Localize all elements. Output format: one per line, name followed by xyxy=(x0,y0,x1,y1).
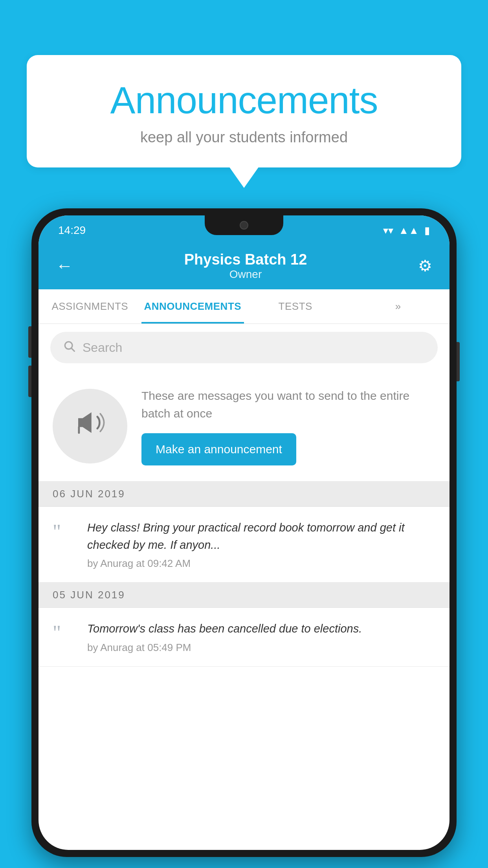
wifi-icon: ▾▾ xyxy=(383,224,393,237)
date-separator-1: 06 JUN 2019 xyxy=(39,482,449,507)
announcement-message-1: Hey class! Bring your practical record b… xyxy=(87,519,435,554)
announcement-meta-2: by Anurag at 05:49 PM xyxy=(87,642,435,654)
announce-prompt-card: These are messages you want to send to t… xyxy=(39,371,449,482)
settings-button[interactable]: ⚙ xyxy=(415,254,435,278)
scrollable-content: Search xyxy=(39,324,449,850)
status-icons: ▾▾ ▲▲ ▮ xyxy=(383,224,430,237)
announcement-item-2: " Tomorrow's class has been cancelled du… xyxy=(39,608,449,667)
announcement-text-1: Hey class! Bring your practical record b… xyxy=(87,519,435,570)
front-camera xyxy=(240,221,248,230)
vol-down-button xyxy=(28,366,31,397)
app-bar: ← Physics Batch 12 Owner ⚙ xyxy=(39,242,449,289)
phone-content: 14:29 ▾▾ ▲▲ ▮ ← Physics Batch 12 Owner ⚙ xyxy=(39,215,449,850)
announcement-meta-1: by Anurag at 09:42 AM xyxy=(87,557,435,570)
tabs-bar: ASSIGNMENTS ANNOUNCEMENTS TESTS » xyxy=(39,289,449,324)
phone-outer: 14:29 ▾▾ ▲▲ ▮ ← Physics Batch 12 Owner ⚙ xyxy=(31,208,457,857)
speech-bubble: Announcements keep all your students inf… xyxy=(27,55,461,167)
battery-icon: ▮ xyxy=(424,224,430,237)
search-placeholder-text: Search xyxy=(83,340,122,355)
tab-more[interactable]: » xyxy=(347,289,450,324)
signal-icon: ▲▲ xyxy=(399,224,419,237)
back-button[interactable]: ← xyxy=(53,253,76,279)
status-time: 14:29 xyxy=(58,224,86,237)
announce-right-section: These are messages you want to send to t… xyxy=(141,387,435,465)
date-separator-2: 05 JUN 2019 xyxy=(39,583,449,608)
announce-icon-circle xyxy=(53,389,127,463)
announcement-item-1: " Hey class! Bring your practical record… xyxy=(39,507,449,583)
app-bar-title-group: Physics Batch 12 Owner xyxy=(76,251,415,281)
announcement-message-2: Tomorrow's class has been cancelled due … xyxy=(87,620,435,638)
announcements-subtitle: keep all your students informed xyxy=(42,129,446,146)
announce-description: These are messages you want to send to t… xyxy=(141,387,435,422)
phone-mockup: 14:29 ▾▾ ▲▲ ▮ ← Physics Batch 12 Owner ⚙ xyxy=(31,208,457,857)
search-icon xyxy=(63,339,75,356)
search-bar[interactable]: Search xyxy=(50,332,438,363)
batch-title: Physics Batch 12 xyxy=(76,251,415,268)
speech-bubble-container: Announcements keep all your students inf… xyxy=(27,55,461,167)
tab-tests[interactable]: TESTS xyxy=(244,289,347,324)
announcements-title: Announcements xyxy=(42,79,446,122)
quote-icon-2: " xyxy=(53,620,76,643)
make-announcement-button[interactable]: Make an announcement xyxy=(141,433,296,465)
phone-notch xyxy=(205,215,283,235)
phone-screen: 14:29 ▾▾ ▲▲ ▮ ← Physics Batch 12 Owner ⚙ xyxy=(39,215,449,850)
search-bar-wrapper: Search xyxy=(39,324,449,371)
megaphone-icon xyxy=(72,405,108,448)
quote-icon-1: " xyxy=(53,519,76,542)
svg-line-1 xyxy=(72,348,74,351)
vol-up-button xyxy=(28,326,31,358)
announcement-text-2: Tomorrow's class has been cancelled due … xyxy=(87,620,435,654)
power-button xyxy=(457,342,460,381)
tab-assignments[interactable]: ASSIGNMENTS xyxy=(39,289,141,324)
batch-subtitle: Owner xyxy=(76,268,415,281)
tab-announcements[interactable]: ANNOUNCEMENTS xyxy=(141,289,244,324)
